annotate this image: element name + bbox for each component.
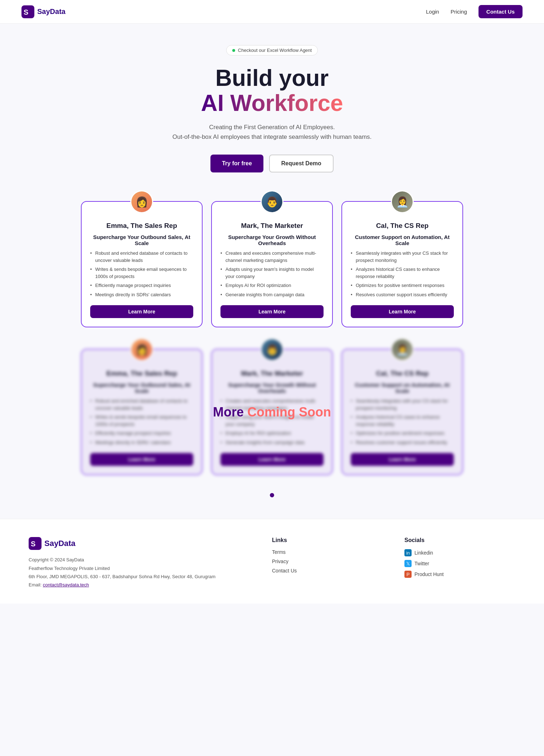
emma-card: 👩 Emma, The Sales Rep Supercharge Your O… xyxy=(81,201,203,327)
cal-bullets: Seamlessly integrates with your CS stack… xyxy=(351,250,454,298)
footer-logo-text: SayData xyxy=(44,539,76,548)
footer-socials-title: Socials xyxy=(404,537,515,543)
emma-avatar: 👩 xyxy=(130,190,153,213)
agents-section: 👩 Emma, The Sales Rep Supercharge Your O… xyxy=(0,187,544,519)
mark-avatar-blurred: 👨 xyxy=(261,338,283,361)
emma-bullets-blurred: Robust and enriched database of contacts… xyxy=(90,397,193,446)
mark-avatar-image: 👨 xyxy=(262,191,282,212)
cal-bullet-2: Analyzes historical CS cases to enhance … xyxy=(351,266,454,280)
excel-badge[interactable]: Checkout our Excel Workflow Agent xyxy=(226,45,318,55)
twitter-icon: 𝕏 xyxy=(404,560,412,567)
footer-twitter-link[interactable]: Twitter xyxy=(414,561,429,566)
mark-bullet-3: Employs AI for ROI optimization xyxy=(220,282,324,289)
logo[interactable]: S SayData xyxy=(21,5,65,18)
mark-tagline-blurred: Supercharge Your Growth Without Overhead… xyxy=(220,382,324,394)
footer-socials-column: Socials in Linkedin 𝕏 Twitter P Product … xyxy=(404,537,515,589)
footer-link-privacy[interactable]: Privacy xyxy=(272,559,383,564)
producthunt-icon: P xyxy=(404,571,412,578)
emma-bullet-4: Meetings directly in SDRs' calendars xyxy=(90,291,193,298)
pagination-dots xyxy=(21,486,523,504)
nav-login[interactable]: Login xyxy=(426,9,439,15)
footer: S SayData Copyright © 2024 SayData Feath… xyxy=(0,519,544,604)
cal-card: 👩‍💼 Cal, The CS Rep Customer Support on … xyxy=(341,201,463,327)
cal-tagline: Customer Support on Automation, At Scale xyxy=(351,234,454,246)
emma-bullet-3: Efficiently manage prospect inquiries xyxy=(90,282,193,289)
mark-learn-more-button[interactable]: Learn More xyxy=(220,305,324,318)
cal-learn-more-blurred[interactable]: Learn More xyxy=(351,453,454,466)
cal-card-blurred: 👩‍💼 Cal, The CS Rep Customer Support on … xyxy=(341,349,463,475)
hero-sub1: Creating the First Generation of AI Empl… xyxy=(7,122,537,142)
footer-producthunt-link[interactable]: Product Hunt xyxy=(414,571,444,577)
cal-avatar: 👩‍💼 xyxy=(391,190,414,213)
footer-twitter[interactable]: 𝕏 Twitter xyxy=(404,560,515,567)
footer-links-column: Links Terms Privacy Contact Us xyxy=(272,537,383,589)
emma-learn-more-blurred[interactable]: Learn More xyxy=(90,453,193,466)
emma-learn-more-button[interactable]: Learn More xyxy=(90,305,193,318)
badge-dot xyxy=(232,49,235,52)
mark-card: 👨 Mark, The Marketer Supercharge Your Gr… xyxy=(211,201,333,327)
emma-card-blurred: 👩 Emma, The Sales Rep Supercharge Your O… xyxy=(81,349,203,475)
footer-copyright: Copyright © 2024 SayData xyxy=(29,556,251,564)
footer-email: Email: contact@saydata.tech xyxy=(29,581,251,589)
hero-heading-workforce: Workforce xyxy=(230,90,343,116)
hero-buttons: Try for free Request Demo xyxy=(7,155,537,172)
mark-tagline: Supercharge Your Growth Without Overhead… xyxy=(220,234,324,246)
dot-active[interactable] xyxy=(270,493,274,497)
cal-bullet-4: Resolves customer support issues efficie… xyxy=(351,291,454,298)
cal-bullet-3: Optimizes for positive sentiment respons… xyxy=(351,282,454,289)
svg-text:S: S xyxy=(24,8,28,16)
cal-name-blurred: Cal, The CS Rep xyxy=(351,370,454,377)
cal-name: Cal, The CS Rep xyxy=(351,222,454,230)
mark-name-blurred: Mark, The Marketer xyxy=(220,370,324,377)
footer-producthunt[interactable]: P Product Hunt xyxy=(404,571,515,578)
footer-logo[interactable]: S SayData xyxy=(29,537,251,550)
mark-avatar: 👨 xyxy=(261,190,283,213)
emma-bullet-2: Writes & sends bespoke email sequences t… xyxy=(90,266,193,280)
request-demo-button[interactable]: Request Demo xyxy=(269,155,334,172)
svg-text:S: S xyxy=(31,540,35,548)
try-for-free-button[interactable]: Try for free xyxy=(210,155,263,172)
emma-tagline-blurred: Supercharge Your Outbound Sales, At Scal… xyxy=(90,382,193,394)
mark-bullet-2: Adapts using your team's insights to mod… xyxy=(220,266,324,280)
hero-heading-line1: Build your xyxy=(215,65,329,91)
agents-row-2-blurred: 👩 Emma, The Sales Rep Supercharge Your O… xyxy=(21,349,523,475)
nav-pricing[interactable]: Pricing xyxy=(451,9,467,15)
mark-name: Mark, The Marketer xyxy=(220,222,324,230)
footer-linkedin[interactable]: in Linkedin xyxy=(404,549,515,556)
logo-icon: S xyxy=(21,5,34,18)
footer-logo-icon: S xyxy=(29,537,42,550)
footer-linkedin-link[interactable]: Linkedin xyxy=(414,550,433,556)
mark-bullets-blurred: Creates and executes comprehensive multi… xyxy=(220,397,324,446)
cal-avatar-blurred: 👩‍💼 xyxy=(391,338,414,361)
cal-bullets-blurred: Seamlessly integrates with your CS stack… xyxy=(351,397,454,446)
linkedin-icon: in xyxy=(404,549,412,556)
emma-name: Emma, The Sales Rep xyxy=(90,222,193,230)
mark-bullet-1: Creates and executes comprehensive multi… xyxy=(220,250,324,264)
badge-text: Checkout our Excel Workflow Agent xyxy=(238,48,312,53)
footer-address: 6th Floor, JMD MEGAPOLIS, 630 - 637, Bad… xyxy=(29,572,251,581)
hero-heading: Build your AI Workforce xyxy=(7,65,537,116)
hero-section: Checkout our Excel Workflow Agent Build … xyxy=(0,24,544,187)
hero-heading-ai: AI xyxy=(201,90,230,116)
footer-link-terms[interactable]: Terms xyxy=(272,549,383,555)
footer-link-contact[interactable]: Contact Us xyxy=(272,568,383,574)
cal-learn-more-button[interactable]: Learn More xyxy=(351,305,454,318)
cal-bullet-1: Seamlessly integrates with your CS stack… xyxy=(351,250,454,264)
footer-links-title: Links xyxy=(272,537,383,543)
mark-bullets: Creates and executes comprehensive multi… xyxy=(220,250,324,298)
emma-avatar-blurred: 👩 xyxy=(130,338,153,361)
cal-avatar-image: 👩‍💼 xyxy=(392,191,413,212)
nav-links: Login Pricing Contact Us xyxy=(426,5,523,18)
footer-left: S SayData Copyright © 2024 SayData Feath… xyxy=(29,537,251,589)
nav-contact-button[interactable]: Contact Us xyxy=(479,5,523,18)
emma-bullet-1: Robust and enriched database of contacts… xyxy=(90,250,193,264)
footer-email-link[interactable]: contact@saydata.tech xyxy=(43,582,89,587)
emma-name-blurred: Emma, The Sales Rep xyxy=(90,370,193,377)
mark-card-blurred: 👨 Mark, The Marketer Supercharge Your Gr… xyxy=(211,349,333,475)
mark-bullet-4: Generate insights from campaign data xyxy=(220,291,324,298)
emma-bullets: Robust and enriched database of contacts… xyxy=(90,250,193,298)
mark-learn-more-blurred[interactable]: Learn More xyxy=(220,453,324,466)
coming-soon-section: More Coming Soon 👩 Emma, The Sales Rep S… xyxy=(21,349,523,475)
navbar: S SayData Login Pricing Contact Us xyxy=(0,0,544,24)
logo-text: SayData xyxy=(37,8,65,16)
